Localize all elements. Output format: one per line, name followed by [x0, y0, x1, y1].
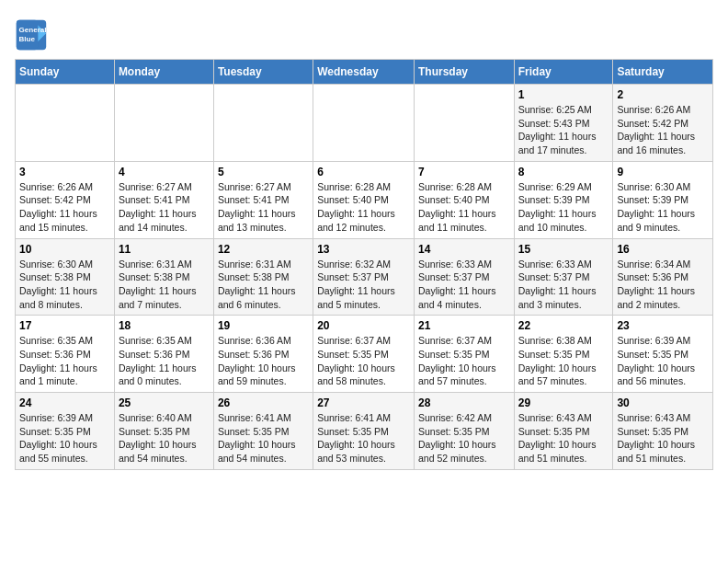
day-info: Sunrise: 6:32 AM Sunset: 5:37 PM Dayligh…	[317, 258, 410, 312]
day-info: Sunrise: 6:27 AM Sunset: 5:41 PM Dayligh…	[119, 180, 210, 235]
day-cell: 4Sunrise: 6:27 AM Sunset: 5:41 PM Daylig…	[114, 161, 213, 238]
col-header-tuesday: Tuesday	[213, 60, 313, 85]
col-header-monday: Monday	[114, 60, 213, 85]
day-cell: 30Sunrise: 6:43 AM Sunset: 5:35 PM Dayli…	[613, 393, 713, 470]
day-info: Sunrise: 6:27 AM Sunset: 5:41 PM Dayligh…	[218, 180, 309, 235]
day-cell: 3Sunrise: 6:26 AM Sunset: 5:42 PM Daylig…	[16, 161, 115, 238]
day-number: 11	[119, 243, 210, 256]
day-number: 15	[518, 243, 609, 256]
week-row-1: 3Sunrise: 6:26 AM Sunset: 5:42 PM Daylig…	[16, 161, 713, 238]
day-number: 9	[617, 166, 709, 178]
day-number: 3	[19, 166, 110, 178]
day-number: 21	[418, 319, 510, 332]
day-number: 14	[418, 243, 510, 256]
day-number: 12	[218, 243, 309, 256]
day-number: 17	[19, 319, 110, 332]
day-cell: 27Sunrise: 6:41 AM Sunset: 5:35 PM Dayli…	[313, 393, 415, 470]
day-info: Sunrise: 6:39 AM Sunset: 5:35 PM Dayligh…	[617, 334, 709, 388]
day-info: Sunrise: 6:34 AM Sunset: 5:36 PM Dayligh…	[617, 258, 709, 312]
day-info: Sunrise: 6:30 AM Sunset: 5:38 PM Dayligh…	[19, 258, 110, 312]
day-cell: 20Sunrise: 6:37 AM Sunset: 5:35 PM Dayli…	[313, 316, 415, 393]
day-number: 8	[518, 166, 609, 178]
day-number: 29	[518, 396, 609, 409]
day-info: Sunrise: 6:26 AM Sunset: 5:42 PM Dayligh…	[617, 103, 709, 157]
day-number: 19	[218, 319, 309, 332]
day-cell: 8Sunrise: 6:29 AM Sunset: 5:39 PM Daylig…	[514, 161, 613, 238]
day-info: Sunrise: 6:25 AM Sunset: 5:43 PM Dayligh…	[518, 103, 609, 157]
day-number: 30	[617, 396, 709, 409]
day-number: 2	[617, 88, 709, 101]
day-number: 7	[418, 166, 510, 178]
day-cell: 23Sunrise: 6:39 AM Sunset: 5:35 PM Dayli…	[613, 316, 713, 393]
day-info: Sunrise: 6:42 AM Sunset: 5:35 PM Dayligh…	[418, 411, 510, 465]
week-row-0: 1Sunrise: 6:25 AM Sunset: 5:43 PM Daylig…	[16, 85, 713, 162]
day-info: Sunrise: 6:28 AM Sunset: 5:40 PM Dayligh…	[317, 180, 410, 235]
day-cell: 22Sunrise: 6:38 AM Sunset: 5:35 PM Dayli…	[514, 316, 613, 393]
day-cell: 11Sunrise: 6:31 AM Sunset: 5:38 PM Dayli…	[114, 238, 213, 316]
day-cell	[414, 85, 514, 162]
day-number: 26	[218, 396, 309, 409]
day-info: Sunrise: 6:38 AM Sunset: 5:35 PM Dayligh…	[518, 334, 609, 388]
col-header-wednesday: Wednesday	[313, 60, 415, 85]
day-number: 23	[617, 319, 709, 332]
day-info: Sunrise: 6:37 AM Sunset: 5:35 PM Dayligh…	[317, 334, 410, 388]
day-info: Sunrise: 6:31 AM Sunset: 5:38 PM Dayligh…	[218, 258, 309, 312]
day-number: 25	[119, 396, 210, 409]
day-cell	[114, 85, 213, 162]
day-number: 27	[317, 396, 410, 409]
day-info: Sunrise: 6:35 AM Sunset: 5:36 PM Dayligh…	[119, 334, 210, 388]
calendar-table: SundayMondayTuesdayWednesdayThursdayFrid…	[15, 59, 713, 470]
day-cell: 7Sunrise: 6:28 AM Sunset: 5:40 PM Daylig…	[414, 161, 514, 238]
day-cell	[16, 85, 115, 162]
day-info: Sunrise: 6:29 AM Sunset: 5:39 PM Dayligh…	[518, 180, 609, 235]
day-cell: 28Sunrise: 6:42 AM Sunset: 5:35 PM Dayli…	[414, 393, 514, 470]
day-info: Sunrise: 6:36 AM Sunset: 5:36 PM Dayligh…	[218, 334, 309, 388]
week-row-3: 17Sunrise: 6:35 AM Sunset: 5:36 PM Dayli…	[16, 316, 713, 393]
logo: General Blue	[15, 18, 51, 52]
day-number: 24	[19, 396, 110, 409]
day-info: Sunrise: 6:43 AM Sunset: 5:35 PM Dayligh…	[518, 411, 609, 465]
day-number: 4	[119, 166, 210, 178]
day-cell	[213, 85, 313, 162]
header-row: SundayMondayTuesdayWednesdayThursdayFrid…	[16, 60, 713, 85]
day-cell: 18Sunrise: 6:35 AM Sunset: 5:36 PM Dayli…	[114, 316, 213, 393]
day-number: 16	[617, 243, 709, 256]
svg-text:Blue: Blue	[19, 35, 36, 43]
col-header-saturday: Saturday	[613, 60, 713, 85]
day-info: Sunrise: 6:37 AM Sunset: 5:35 PM Dayligh…	[418, 334, 510, 388]
day-number: 6	[317, 166, 410, 178]
day-number: 20	[317, 319, 410, 332]
day-info: Sunrise: 6:41 AM Sunset: 5:35 PM Dayligh…	[218, 411, 309, 465]
day-info: Sunrise: 6:33 AM Sunset: 5:37 PM Dayligh…	[518, 258, 609, 312]
day-cell: 12Sunrise: 6:31 AM Sunset: 5:38 PM Dayli…	[213, 238, 313, 316]
col-header-friday: Friday	[514, 60, 613, 85]
day-cell: 13Sunrise: 6:32 AM Sunset: 5:37 PM Dayli…	[313, 238, 415, 316]
week-row-2: 10Sunrise: 6:30 AM Sunset: 5:38 PM Dayli…	[16, 238, 713, 316]
day-cell: 15Sunrise: 6:33 AM Sunset: 5:37 PM Dayli…	[514, 238, 613, 316]
day-number: 22	[518, 319, 609, 332]
day-number: 5	[218, 166, 309, 178]
logo-icon: General Blue	[15, 18, 48, 52]
day-info: Sunrise: 6:43 AM Sunset: 5:35 PM Dayligh…	[617, 411, 709, 465]
day-cell: 29Sunrise: 6:43 AM Sunset: 5:35 PM Dayli…	[514, 393, 613, 470]
day-number: 18	[119, 319, 210, 332]
day-info: Sunrise: 6:41 AM Sunset: 5:35 PM Dayligh…	[317, 411, 410, 465]
day-info: Sunrise: 6:35 AM Sunset: 5:36 PM Dayligh…	[19, 334, 110, 388]
day-cell: 6Sunrise: 6:28 AM Sunset: 5:40 PM Daylig…	[313, 161, 415, 238]
day-info: Sunrise: 6:33 AM Sunset: 5:37 PM Dayligh…	[418, 258, 510, 312]
day-cell: 1Sunrise: 6:25 AM Sunset: 5:43 PM Daylig…	[514, 85, 613, 162]
day-info: Sunrise: 6:40 AM Sunset: 5:35 PM Dayligh…	[119, 411, 210, 465]
day-info: Sunrise: 6:31 AM Sunset: 5:38 PM Dayligh…	[119, 258, 210, 312]
day-cell: 5Sunrise: 6:27 AM Sunset: 5:41 PM Daylig…	[213, 161, 313, 238]
day-number: 13	[317, 243, 410, 256]
day-info: Sunrise: 6:39 AM Sunset: 5:35 PM Dayligh…	[19, 411, 110, 465]
day-number: 1	[518, 88, 609, 101]
page-header: General Blue	[15, 15, 713, 52]
day-cell: 14Sunrise: 6:33 AM Sunset: 5:37 PM Dayli…	[414, 238, 514, 316]
day-cell: 24Sunrise: 6:39 AM Sunset: 5:35 PM Dayli…	[16, 393, 115, 470]
col-header-sunday: Sunday	[16, 60, 115, 85]
day-cell: 9Sunrise: 6:30 AM Sunset: 5:39 PM Daylig…	[613, 161, 713, 238]
day-cell: 19Sunrise: 6:36 AM Sunset: 5:36 PM Dayli…	[213, 316, 313, 393]
day-cell: 16Sunrise: 6:34 AM Sunset: 5:36 PM Dayli…	[613, 238, 713, 316]
svg-text:General: General	[19, 26, 47, 34]
